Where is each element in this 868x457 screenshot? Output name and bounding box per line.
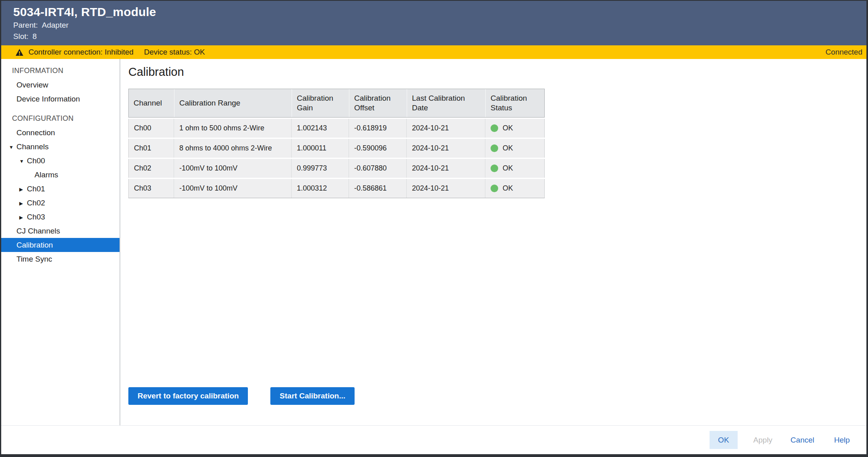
- cell-channel: Ch01: [128, 139, 174, 158]
- cell-offset: -0.607880: [349, 159, 406, 178]
- cancel-button[interactable]: Cancel: [788, 431, 817, 449]
- sidebar-item-alarms[interactable]: Alarms: [1, 168, 120, 182]
- column-header-range: Calibration Range: [174, 89, 292, 117]
- cell-status: OK: [485, 139, 545, 158]
- sidebar-item-ch02[interactable]: ▶Ch02: [1, 196, 120, 210]
- collapsed-arrow-icon[interactable]: ▶: [19, 197, 27, 211]
- slot-line: Slot:8: [13, 32, 866, 41]
- green-circle-icon: [491, 165, 498, 172]
- calibration-actions: Revert to factory calibration Start Cali…: [128, 387, 866, 405]
- column-header-channel: Channel: [129, 89, 174, 117]
- table-row-ch01: Ch01 8 ohms to 4000 ohms 2-Wire 1.000011…: [128, 139, 545, 158]
- cell-gain: 1.000011: [291, 139, 349, 158]
- cell-date: 2024-10-21: [406, 119, 485, 138]
- cell-status: OK: [485, 119, 545, 138]
- help-button[interactable]: Help: [828, 431, 856, 449]
- parent-value: Adapter: [42, 21, 69, 29]
- module-properties-window: 5034-IRT4I, RTD_module Parent:Adapter Sl…: [0, 0, 868, 457]
- sidebar-item-ch00[interactable]: ▼Ch00: [1, 154, 120, 168]
- cell-channel: Ch03: [128, 179, 174, 198]
- module-header: 5034-IRT4I, RTD_module Parent:Adapter Sl…: [1, 1, 866, 45]
- table-header-row: Channel Calibration Range Calibration Ga…: [128, 89, 545, 118]
- parent-line: Parent:Adapter: [13, 21, 866, 30]
- cell-gain: 1.002143: [291, 119, 349, 138]
- table-row-ch00: Ch00 1 ohm to 500 ohms 2-Wire 1.002143 -…: [128, 119, 545, 138]
- sidebar-item-device-information[interactable]: Device Information: [1, 92, 120, 106]
- status-text: OK: [503, 164, 513, 173]
- section-information: INFORMATION: [1, 64, 120, 78]
- column-header-date: Last Calibration Date: [407, 89, 485, 117]
- status-text: OK: [503, 124, 513, 132]
- sidebar-item-connection[interactable]: Connection: [1, 126, 120, 140]
- module-title: 5034-IRT4I, RTD_module: [13, 6, 866, 18]
- table-row-ch03: Ch03 -100mV to 100mV 1.000312 -0.586861 …: [128, 179, 545, 198]
- sidebar-item-overview[interactable]: Overview: [1, 78, 120, 92]
- status-text: OK: [503, 184, 513, 193]
- slot-value: 8: [32, 32, 37, 41]
- column-header-status: Calibration Status: [485, 89, 545, 117]
- status-bar: Controller connection: Inhibited Device …: [1, 45, 866, 59]
- cell-status: OK: [485, 179, 545, 198]
- connection-state: Connected: [825, 48, 862, 57]
- cell-gain: 0.999773: [291, 159, 349, 178]
- sidebar-item-cj-channels[interactable]: CJ Channels: [1, 224, 120, 238]
- warning-triangle-icon: [16, 49, 23, 56]
- collapsed-arrow-icon[interactable]: ▶: [19, 183, 27, 197]
- sidebar-item-calibration[interactable]: Calibration: [1, 238, 120, 252]
- dialog-footer: OK Apply Cancel Help: [1, 425, 866, 454]
- cell-range: -100mV to 100mV: [174, 179, 291, 198]
- apply-button[interactable]: Apply: [749, 431, 777, 449]
- cell-range: 8 ohms to 4000 ohms 2-Wire: [174, 139, 291, 158]
- green-circle-icon: [491, 124, 498, 132]
- content-area: INFORMATION Overview Device Information …: [1, 59, 866, 425]
- expanded-arrow-icon[interactable]: ▼: [9, 140, 16, 154]
- cell-range: 1 ohm to 500 ohms 2-Wire: [174, 119, 291, 138]
- slot-label: Slot:: [13, 32, 28, 41]
- cell-channel: Ch02: [128, 159, 174, 178]
- table-row-ch02: Ch02 -100mV to 100mV 0.999773 -0.607880 …: [128, 159, 545, 178]
- cell-date: 2024-10-21: [406, 139, 485, 158]
- column-header-gain: Calibration Gain: [292, 89, 349, 117]
- start-calibration-button[interactable]: Start Calibration...: [270, 387, 355, 405]
- sidebar: INFORMATION Overview Device Information …: [1, 59, 120, 425]
- cell-range: -100mV to 100mV: [174, 159, 291, 178]
- cell-gain: 1.000312: [291, 179, 349, 198]
- status-text: OK: [503, 144, 513, 152]
- cell-offset: -0.586861: [349, 179, 406, 198]
- cell-date: 2024-10-21: [406, 159, 485, 178]
- sidebar-item-ch01[interactable]: ▶Ch01: [1, 182, 120, 196]
- cell-status: OK: [485, 159, 545, 178]
- revert-factory-calibration-button[interactable]: Revert to factory calibration: [128, 387, 248, 405]
- cell-channel: Ch00: [128, 119, 174, 138]
- green-circle-icon: [491, 144, 498, 152]
- cell-date: 2024-10-21: [406, 179, 485, 198]
- cell-offset: -0.618919: [349, 119, 406, 138]
- main-panel: Calibration Channel Calibration Range Ca…: [120, 59, 866, 425]
- sidebar-item-ch03[interactable]: ▶Ch03: [1, 210, 120, 224]
- device-status: Device status: OK: [144, 48, 205, 57]
- sidebar-item-time-sync[interactable]: Time Sync: [1, 252, 120, 266]
- parent-label: Parent:: [13, 21, 38, 29]
- page-title: Calibration: [128, 65, 866, 79]
- column-header-offset: Calibration Offset: [349, 89, 407, 117]
- ok-button[interactable]: OK: [710, 431, 738, 449]
- section-configuration: CONFIGURATION: [1, 112, 120, 126]
- controller-connection-status: Controller connection: Inhibited: [28, 48, 134, 57]
- collapsed-arrow-icon[interactable]: ▶: [19, 211, 27, 225]
- calibration-table: Channel Calibration Range Calibration Ga…: [128, 89, 545, 198]
- green-circle-icon: [491, 185, 498, 192]
- cell-offset: -0.590096: [349, 139, 406, 158]
- expanded-arrow-icon[interactable]: ▼: [19, 154, 27, 169]
- sidebar-item-channels[interactable]: ▼Channels: [1, 140, 120, 154]
